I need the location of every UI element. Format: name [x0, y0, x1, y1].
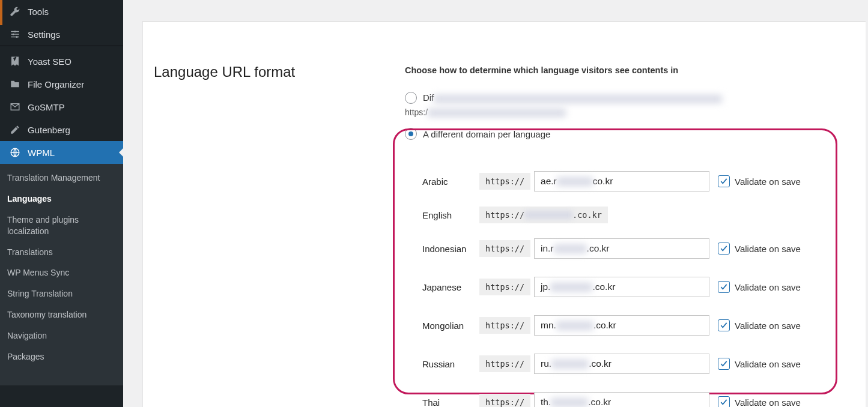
admin-sidebar: Tools Settings Yoast SEO File Organizer …: [0, 0, 123, 407]
option-description: https:/: [405, 107, 860, 117]
language-name: English: [422, 210, 479, 220]
sidebar-sub-item-languages[interactable]: Languages: [0, 188, 123, 210]
url-format-option-directory[interactable]: Dif: [405, 92, 860, 104]
sidebar-item-settings[interactable]: Settings: [0, 23, 123, 46]
sidebar-item-label: Settings: [28, 29, 60, 40]
sidebar-item-label: File Organizer: [28, 79, 84, 89]
domain-input[interactable]: ae.rco.kr: [534, 171, 709, 191]
sidebar-item-gosmtp[interactable]: GoSMTP: [0, 95, 123, 118]
domain-input[interactable]: jp..co.kr: [534, 277, 709, 297]
sidebar-item-yoast-seo[interactable]: Yoast SEO: [0, 50, 123, 73]
sidebar-item-gutenberg[interactable]: Gutenberg: [0, 118, 123, 141]
protocol-label: https://: [479, 317, 530, 334]
language-row-japanese: Japanese https:// jp..co.kr Validate on …: [422, 268, 849, 306]
svg-point-2: [16, 36, 18, 38]
sidebar-sub-item[interactable]: Translation Management: [0, 167, 123, 188]
radio-icon: [405, 128, 417, 140]
sliders-icon: [8, 28, 22, 40]
validate-checkbox[interactable]: [718, 243, 730, 255]
instruction-text: Choose how to determine which language v…: [405, 65, 860, 75]
language-row-mongolian: Mongolian https:// mn..co.kr Validate on…: [422, 306, 849, 345]
validate-label: Validate on save: [735, 397, 801, 408]
sidebar-separator: [0, 46, 123, 50]
language-row-indonesian: Indonesian https:// in.r.co.kr Validate …: [422, 229, 849, 268]
domain-input[interactable]: in.r.co.kr: [534, 238, 709, 259]
validate-checkbox[interactable]: [718, 175, 730, 187]
option-label: A different domain per language: [423, 129, 550, 139]
content-panel: Language URL format Choose how to determ…: [142, 21, 866, 407]
folder-icon: [8, 78, 22, 90]
sidebar-sub-item[interactable]: Theme and plugins localization: [0, 210, 123, 242]
svg-point-0: [14, 31, 16, 32]
language-name: Arabic: [422, 176, 479, 187]
validate-label: Validate on save: [735, 321, 801, 331]
domain-input[interactable]: ru..co.kr: [534, 354, 709, 374]
language-domain-table: Arabic https:// ae.rco.kr Validate on sa…: [422, 162, 849, 407]
validate-label: Validate on save: [735, 176, 801, 187]
pencil-icon: [8, 124, 22, 136]
mail-icon: [8, 101, 22, 113]
language-row-arabic: Arabic https:// ae.rco.kr Validate on sa…: [422, 162, 849, 200]
default-domain-label: https://.co.kr: [479, 207, 608, 223]
sidebar-sub-item[interactable]: Packages: [0, 346, 123, 367]
option-label: Dif: [423, 92, 722, 103]
language-name: Mongolian: [422, 321, 479, 331]
sidebar-item-wpml[interactable]: WPML: [0, 141, 123, 164]
validate-checkbox[interactable]: [718, 319, 730, 331]
section-title: Language URL format: [154, 64, 295, 80]
validate-label: Validate on save: [735, 244, 801, 254]
sidebar-item-label: Yoast SEO: [28, 56, 71, 67]
sidebar-sub-item[interactable]: Navigation: [0, 325, 123, 346]
yoast-icon: [8, 55, 22, 67]
wrench-icon: [8, 5, 22, 17]
sidebar-sub-item[interactable]: Taxonomy translation: [0, 304, 123, 325]
protocol-label: https://: [479, 240, 530, 257]
sidebar-item-label: Tools: [28, 7, 49, 17]
language-row-thai: Thai https:// th..co.kr Validate on save: [422, 383, 849, 407]
validate-checkbox[interactable]: [718, 281, 730, 293]
language-name: Japanese: [422, 282, 479, 292]
radio-icon: [405, 92, 417, 104]
url-format-option-domain[interactable]: A different domain per language: [405, 128, 860, 140]
language-row-english: English https://.co.kr: [422, 200, 849, 229]
validate-checkbox[interactable]: [718, 358, 730, 370]
sidebar-item-file-organizer[interactable]: File Organizer: [0, 73, 123, 95]
svg-point-1: [13, 34, 14, 35]
sidebar-item-label: Gutenberg: [28, 125, 70, 135]
language-name: Indonesian: [422, 244, 479, 254]
protocol-label: https://: [479, 173, 530, 190]
language-name: Thai: [422, 397, 479, 408]
validate-checkbox[interactable]: [718, 396, 730, 407]
sidebar-item-label: WPML: [28, 148, 55, 158]
domain-input[interactable]: th..co.kr: [534, 392, 709, 407]
protocol-label: https://: [479, 394, 530, 407]
language-row-russian: Russian https:// ru..co.kr Validate on s…: [422, 345, 849, 383]
sidebar-item-tools[interactable]: Tools: [0, 0, 123, 23]
protocol-label: https://: [479, 355, 530, 372]
sidebar-item-label: GoSMTP: [28, 102, 65, 112]
validate-label: Validate on save: [735, 359, 801, 369]
sidebar-sub-item[interactable]: WP Menus Sync: [0, 262, 123, 283]
sidebar-sub-item[interactable]: Translations: [0, 242, 123, 263]
language-name: Russian: [422, 359, 479, 369]
sidebar-sub-item[interactable]: String Translation: [0, 283, 123, 304]
validate-label: Validate on save: [735, 282, 801, 292]
domain-input[interactable]: mn..co.kr: [534, 315, 709, 336]
globe-icon: [8, 146, 22, 158]
protocol-label: https://: [479, 279, 530, 295]
